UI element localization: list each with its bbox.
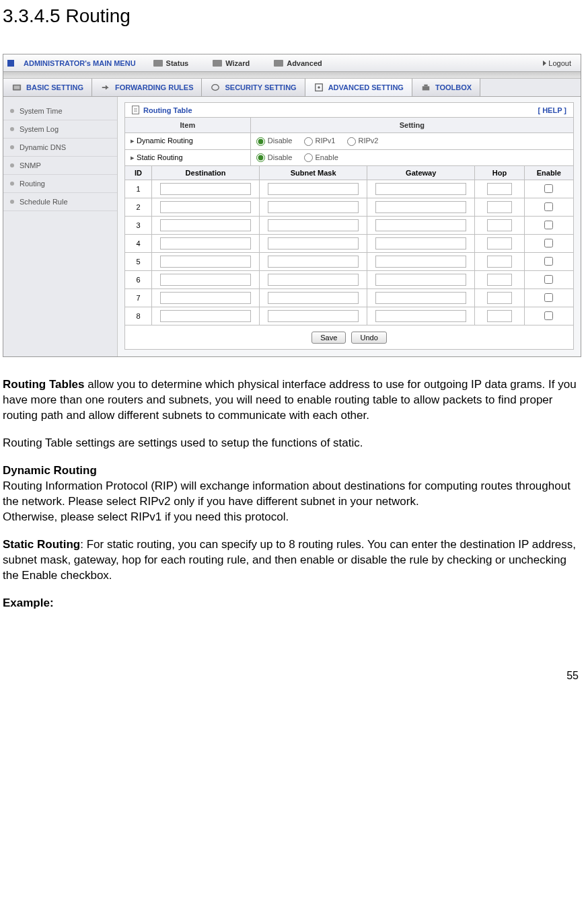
paragraph-dynamic-routing: Dynamic RoutingRouting Information Proto… xyxy=(3,463,580,525)
gateway-input[interactable] xyxy=(375,237,466,249)
destination-input[interactable] xyxy=(160,292,251,304)
security-icon xyxy=(210,83,221,92)
section-heading: 3.3.4.5 Routing xyxy=(3,5,583,27)
radio-stat-disable[interactable]: Disable xyxy=(256,153,293,161)
destination-input[interactable] xyxy=(160,183,251,195)
document-icon xyxy=(132,106,139,114)
config-table: Item Setting Dynamic Routing Disable RIP… xyxy=(124,117,574,166)
sidebar-item-routing[interactable]: Routing xyxy=(3,175,117,193)
radio-stat-enable[interactable]: Enable xyxy=(304,153,338,161)
destination-input[interactable] xyxy=(160,237,251,249)
cell-id: 1 xyxy=(125,180,152,198)
bullet-icon xyxy=(10,145,14,149)
cell-id: 5 xyxy=(125,253,152,271)
bullet-icon xyxy=(10,127,14,131)
sidebar-item-schedule-rule[interactable]: Schedule Rule xyxy=(3,193,117,211)
top-item-wizard[interactable]: Wizard xyxy=(200,59,262,67)
label-dynamic-routing: Dynamic Routing xyxy=(125,133,251,150)
destination-input[interactable] xyxy=(160,310,251,322)
subnet-input[interactable] xyxy=(268,274,359,286)
gateway-input[interactable] xyxy=(375,201,466,213)
table-row: 3 xyxy=(125,217,574,235)
table-row: 2 xyxy=(125,198,574,217)
destination-input[interactable] xyxy=(160,256,251,268)
enable-checkbox[interactable] xyxy=(544,311,553,320)
table-row: 8 xyxy=(125,307,574,325)
sidebar-item-snmp[interactable]: SNMP xyxy=(3,157,117,175)
tab-forwarding-rules[interactable]: FORWARDING RULES xyxy=(92,79,203,96)
table-row: 5 xyxy=(125,253,574,271)
forwarding-icon xyxy=(100,83,111,92)
paragraph-routing-tables: Routing Tables allow you to determine wh… xyxy=(3,377,580,424)
app-icon xyxy=(3,60,18,67)
tab-basic-setting[interactable]: BASIC SETTING xyxy=(3,79,92,96)
gateway-input[interactable] xyxy=(375,274,466,286)
tab-security-setting[interactable]: SECURITY SETTING xyxy=(202,79,305,96)
subnet-input[interactable] xyxy=(268,219,359,231)
main-panel: Routing Table [ HELP ] Item Setting Dyna… xyxy=(118,97,581,356)
tab-advanced-setting[interactable]: ADVANCED SETTING xyxy=(305,79,412,96)
destination-input[interactable] xyxy=(160,219,251,231)
panel-title: Routing Table xyxy=(143,106,192,114)
paragraph-example: Example: xyxy=(3,596,580,611)
th-gateway: Gateway xyxy=(367,166,475,180)
cell-id: 7 xyxy=(125,289,152,307)
hop-input[interactable] xyxy=(487,292,511,304)
th-subnet: Subnet Mask xyxy=(260,166,367,180)
top-item-status[interactable]: Status xyxy=(141,59,201,67)
basic-setting-icon xyxy=(11,83,22,92)
undo-button[interactable]: Undo xyxy=(351,332,386,344)
paragraph-static-routing: Static Routing: For static routing, you … xyxy=(3,537,580,584)
table-row: 1 xyxy=(125,180,574,198)
top-item-advanced[interactable]: Advanced xyxy=(262,59,334,67)
hop-input[interactable] xyxy=(487,237,511,249)
help-link[interactable]: [ HELP ] xyxy=(538,106,566,114)
enable-checkbox[interactable] xyxy=(544,184,553,193)
row-static-routing: Static Routing Disable Enable xyxy=(125,149,574,166)
logout-link[interactable]: Logout xyxy=(534,59,581,67)
subnet-input[interactable] xyxy=(268,237,359,249)
enable-checkbox[interactable] xyxy=(544,257,553,266)
radio-dyn-disable[interactable]: Disable xyxy=(256,137,293,145)
destination-input[interactable] xyxy=(160,201,251,213)
th-enable: Enable xyxy=(524,166,573,180)
header-item: Item xyxy=(125,118,251,133)
sidebar-item-system-time[interactable]: System Time xyxy=(3,102,117,120)
destination-input[interactable] xyxy=(160,274,251,286)
enable-checkbox[interactable] xyxy=(544,239,553,247)
gateway-input[interactable] xyxy=(375,292,466,304)
save-button[interactable]: Save xyxy=(311,332,346,344)
gateway-input[interactable] xyxy=(375,310,466,322)
enable-checkbox[interactable] xyxy=(544,293,553,302)
main-menu-title: ADMINISTRATOR's MAIN MENU xyxy=(18,59,141,67)
bullet-icon xyxy=(10,182,14,186)
subnet-input[interactable] xyxy=(268,183,359,195)
enable-checkbox[interactable] xyxy=(544,202,553,211)
sidebar-item-system-log[interactable]: System Log xyxy=(3,120,117,139)
hop-input[interactable] xyxy=(487,274,511,286)
enable-checkbox[interactable] xyxy=(544,275,553,284)
tab-bar: BASIC SETTING FORWARDING RULES SECURITY … xyxy=(3,79,581,97)
hop-input[interactable] xyxy=(487,256,511,268)
gateway-input[interactable] xyxy=(375,219,466,231)
sidebar-item-dynamic-dns[interactable]: Dynamic DNS xyxy=(3,139,117,157)
svg-rect-1 xyxy=(14,85,20,89)
page-number: 55 xyxy=(3,623,583,687)
hop-input[interactable] xyxy=(487,201,511,213)
radio-dyn-ripv2[interactable]: RIPv2 xyxy=(347,137,379,145)
svg-rect-5 xyxy=(422,86,430,90)
subnet-input[interactable] xyxy=(268,292,359,304)
status-icon xyxy=(153,60,163,67)
hop-input[interactable] xyxy=(487,183,511,195)
enable-checkbox[interactable] xyxy=(544,221,553,229)
hop-input[interactable] xyxy=(487,310,511,322)
radio-dyn-ripv1[interactable]: RIPv1 xyxy=(304,137,336,145)
hop-input[interactable] xyxy=(487,219,511,231)
triangle-icon xyxy=(543,61,546,66)
subnet-input[interactable] xyxy=(268,201,359,213)
tab-toolbox[interactable]: TOOLBOX xyxy=(412,79,480,96)
subnet-input[interactable] xyxy=(268,310,359,322)
gateway-input[interactable] xyxy=(375,256,466,268)
subnet-input[interactable] xyxy=(268,256,359,268)
gateway-input[interactable] xyxy=(375,183,466,195)
